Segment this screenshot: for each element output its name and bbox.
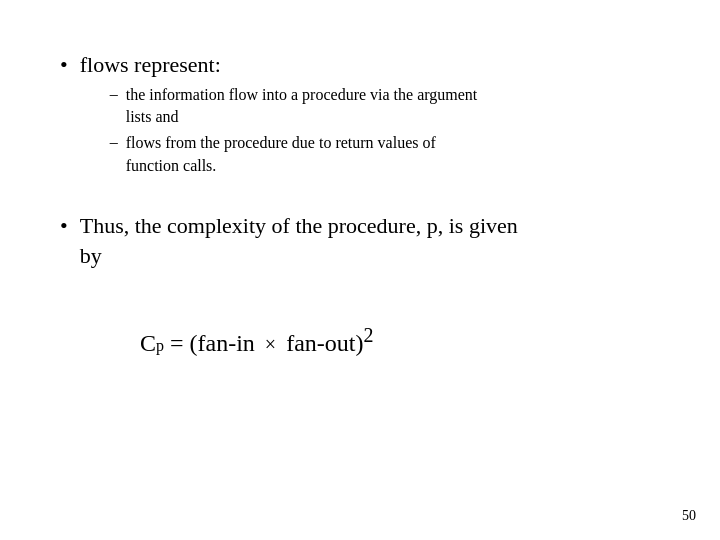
sub-bullet-text-1: the information flow into a procedure vi…: [126, 84, 478, 129]
formula-times-symbol: ×: [265, 333, 276, 355]
formula-section: Cp = (fan-in × fan-out)2: [140, 321, 660, 361]
bullet-item-1: • flows represent: – the information flo…: [60, 50, 660, 181]
slide-container: • flows represent: – the information flo…: [0, 0, 720, 540]
formula-sub: p: [156, 338, 164, 354]
bullet-text-thus: Thus, the complexity of the procedure, p…: [80, 213, 518, 268]
sub-bullets-1: – the information flow into a procedure …: [110, 84, 478, 178]
page-number: 50: [682, 508, 696, 524]
bullet-text-thus-line2: by: [80, 243, 102, 268]
formula-equals-fanin: = (fan-in: [170, 330, 261, 356]
formula-exponent: 2: [363, 324, 373, 346]
sub-bullet-text-2: flows from the procedure due to return v…: [126, 132, 436, 177]
bullet-item-2: • Thus, the complexity of the procedure,…: [60, 211, 660, 270]
sub-bullet-item-2: – flows from the procedure due to return…: [110, 132, 478, 177]
bullet-text-flows-represent: flows represent:: [80, 52, 221, 77]
bullet-dot-2: •: [60, 213, 68, 239]
formula-text: Cp = (fan-in × fan-out)2: [140, 330, 373, 356]
bullet-section-1: • flows represent: – the information flo…: [60, 50, 660, 191]
bullet-text-thus-line1: Thus, the complexity of the procedure, p…: [80, 213, 518, 238]
bullet-section-2: • Thus, the complexity of the procedure,…: [60, 211, 660, 280]
sub-bullet-dash-2: –: [110, 133, 118, 151]
formula-fanout: fan-out)2: [280, 330, 373, 356]
bullet-dot-1: •: [60, 52, 68, 78]
formula-c: C: [140, 327, 156, 361]
sub-bullet-dash-1: –: [110, 85, 118, 103]
formula-lhs: Cp: [140, 327, 164, 361]
sub-bullet-item-1: – the information flow into a procedure …: [110, 84, 478, 129]
